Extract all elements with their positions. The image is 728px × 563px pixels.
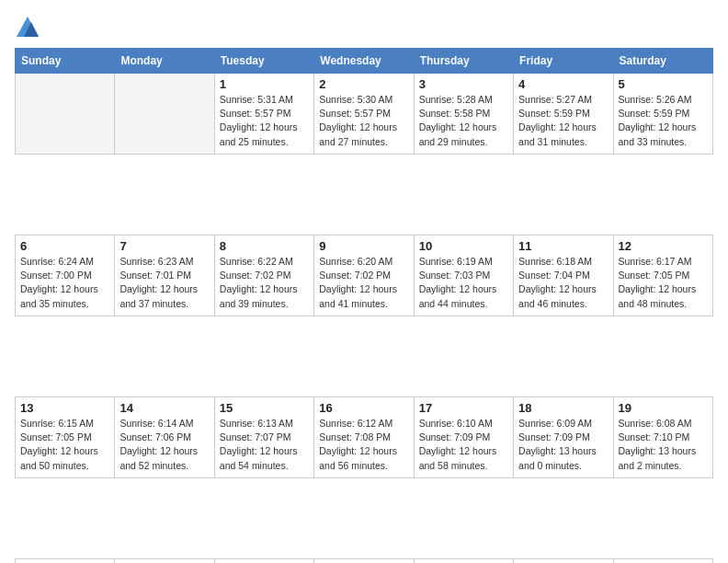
day-number: 17: [419, 401, 508, 415]
day-info: Sunrise: 5:31 AM Sunset: 5:57 PM Dayligh…: [220, 93, 309, 149]
calendar-week-row: 20Sunrise: 6:07 AM Sunset: 7:11 PM Dayli…: [16, 559, 713, 564]
calendar-cell: 3Sunrise: 5:28 AM Sunset: 5:58 PM Daylig…: [414, 74, 513, 155]
day-number: 18: [518, 401, 608, 415]
day-number: 15: [220, 401, 309, 415]
day-number: 7: [119, 239, 209, 253]
calendar-cell: 21Sunrise: 6:06 AM Sunset: 7:12 PM Dayli…: [115, 559, 214, 564]
calendar-week-row: 6Sunrise: 6:24 AM Sunset: 7:00 PM Daylig…: [16, 236, 713, 316]
calendar-cell: 18Sunrise: 6:09 AM Sunset: 7:09 PM Dayli…: [514, 397, 613, 478]
day-info: Sunrise: 5:27 AM Sunset: 5:59 PM Dayligh…: [518, 93, 608, 149]
weekday-header: Thursday: [414, 49, 513, 74]
day-info: Sunrise: 6:17 AM Sunset: 7:05 PM Dayligh…: [619, 255, 708, 311]
day-number: 2: [319, 77, 408, 91]
calendar-cell: 17Sunrise: 6:10 AM Sunset: 7:09 PM Dayli…: [414, 397, 513, 478]
day-number: 11: [518, 239, 608, 253]
weekday-header: Friday: [514, 49, 613, 74]
day-number: 14: [119, 401, 209, 415]
day-info: Sunrise: 5:28 AM Sunset: 5:58 PM Dayligh…: [419, 93, 508, 149]
day-number: 8: [220, 239, 309, 253]
calendar-cell: 24Sunrise: 6:02 AM Sunset: 7:14 PM Dayli…: [414, 559, 513, 564]
day-number: 4: [518, 77, 608, 91]
day-info: Sunrise: 6:14 AM Sunset: 7:06 PM Dayligh…: [119, 417, 209, 473]
week-divider: [16, 478, 713, 559]
calendar-cell: 23Sunrise: 6:03 AM Sunset: 7:14 PM Dayli…: [314, 559, 414, 564]
day-number: 12: [619, 239, 708, 253]
day-number: 9: [319, 239, 408, 253]
day-info: Sunrise: 6:22 AM Sunset: 7:02 PM Dayligh…: [220, 255, 309, 311]
calendar-cell: 11Sunrise: 6:18 AM Sunset: 7:04 PM Dayli…: [514, 236, 613, 316]
calendar-cell: 14Sunrise: 6:14 AM Sunset: 7:06 PM Dayli…: [115, 397, 214, 478]
day-info: Sunrise: 6:12 AM Sunset: 7:08 PM Dayligh…: [319, 417, 408, 473]
calendar-cell: 15Sunrise: 6:13 AM Sunset: 7:07 PM Dayli…: [214, 397, 313, 478]
calendar-cell: 12Sunrise: 6:17 AM Sunset: 7:05 PM Dayli…: [613, 236, 712, 316]
day-number: 6: [20, 239, 109, 253]
logo-icon: [15, 15, 40, 40]
day-info: Sunrise: 5:30 AM Sunset: 5:57 PM Dayligh…: [319, 93, 408, 149]
weekday-header: Monday: [115, 49, 214, 74]
weekday-header: Wednesday: [314, 49, 414, 74]
weekday-header: Sunday: [16, 49, 115, 74]
calendar-cell: 25Sunrise: 6:01 AM Sunset: 7:15 PM Dayli…: [514, 559, 613, 564]
calendar-cell: 7Sunrise: 6:23 AM Sunset: 7:01 PM Daylig…: [115, 236, 214, 316]
day-info: Sunrise: 6:19 AM Sunset: 7:03 PM Dayligh…: [419, 255, 508, 311]
calendar-table: SundayMondayTuesdayWednesdayThursdayFrid…: [15, 48, 713, 563]
weekday-header: Tuesday: [214, 49, 313, 74]
calendar-header-row: SundayMondayTuesdayWednesdayThursdayFrid…: [16, 49, 713, 74]
calendar-cell: 9Sunrise: 6:20 AM Sunset: 7:02 PM Daylig…: [314, 236, 414, 316]
calendar-cell: 1Sunrise: 5:31 AM Sunset: 5:57 PM Daylig…: [214, 74, 313, 155]
day-info: Sunrise: 6:20 AM Sunset: 7:02 PM Dayligh…: [319, 255, 408, 311]
calendar-cell: 4Sunrise: 5:27 AM Sunset: 5:59 PM Daylig…: [514, 74, 613, 155]
calendar-cell: 20Sunrise: 6:07 AM Sunset: 7:11 PM Dayli…: [16, 559, 115, 564]
weekday-header: Saturday: [613, 49, 712, 74]
calendar-cell: 16Sunrise: 6:12 AM Sunset: 7:08 PM Dayli…: [314, 397, 414, 478]
day-info: Sunrise: 6:08 AM Sunset: 7:10 PM Dayligh…: [619, 417, 708, 473]
calendar-cell: 22Sunrise: 6:05 AM Sunset: 7:13 PM Dayli…: [214, 559, 313, 564]
day-info: Sunrise: 6:18 AM Sunset: 7:04 PM Dayligh…: [518, 255, 608, 311]
calendar-cell: 6Sunrise: 6:24 AM Sunset: 7:00 PM Daylig…: [16, 236, 115, 316]
calendar-cell: 8Sunrise: 6:22 AM Sunset: 7:02 PM Daylig…: [214, 236, 313, 316]
week-divider: [16, 155, 713, 236]
page-header: [15, 15, 713, 40]
day-info: Sunrise: 6:24 AM Sunset: 7:00 PM Dayligh…: [20, 255, 109, 311]
day-number: 19: [619, 401, 708, 415]
calendar-week-row: 1Sunrise: 5:31 AM Sunset: 5:57 PM Daylig…: [16, 74, 713, 155]
day-info: Sunrise: 6:15 AM Sunset: 7:05 PM Dayligh…: [20, 417, 109, 473]
day-info: Sunrise: 6:23 AM Sunset: 7:01 PM Dayligh…: [119, 255, 209, 311]
calendar-cell: 10Sunrise: 6:19 AM Sunset: 7:03 PM Dayli…: [414, 236, 513, 316]
day-number: 16: [319, 401, 408, 415]
calendar-cell: [115, 74, 214, 155]
calendar-cell: 19Sunrise: 6:08 AM Sunset: 7:10 PM Dayli…: [613, 397, 712, 478]
calendar-cell: 26Sunrise: 6:00 AM Sunset: 7:16 PM Dayli…: [613, 559, 712, 564]
day-info: Sunrise: 6:09 AM Sunset: 7:09 PM Dayligh…: [518, 417, 608, 473]
day-number: 10: [419, 239, 508, 253]
calendar-cell: [16, 74, 115, 155]
week-divider: [16, 316, 713, 397]
day-number: 3: [419, 77, 508, 91]
calendar-cell: 5Sunrise: 5:26 AM Sunset: 5:59 PM Daylig…: [613, 74, 712, 155]
logo: [15, 15, 44, 40]
day-number: 13: [20, 401, 109, 415]
day-info: Sunrise: 6:13 AM Sunset: 7:07 PM Dayligh…: [220, 417, 309, 473]
day-info: Sunrise: 6:10 AM Sunset: 7:09 PM Dayligh…: [419, 417, 508, 473]
day-number: 1: [220, 77, 309, 91]
calendar-cell: 13Sunrise: 6:15 AM Sunset: 7:05 PM Dayli…: [16, 397, 115, 478]
calendar-week-row: 13Sunrise: 6:15 AM Sunset: 7:05 PM Dayli…: [16, 397, 713, 478]
day-number: 5: [619, 77, 708, 91]
calendar-cell: 2Sunrise: 5:30 AM Sunset: 5:57 PM Daylig…: [314, 74, 414, 155]
day-info: Sunrise: 5:26 AM Sunset: 5:59 PM Dayligh…: [619, 93, 708, 149]
